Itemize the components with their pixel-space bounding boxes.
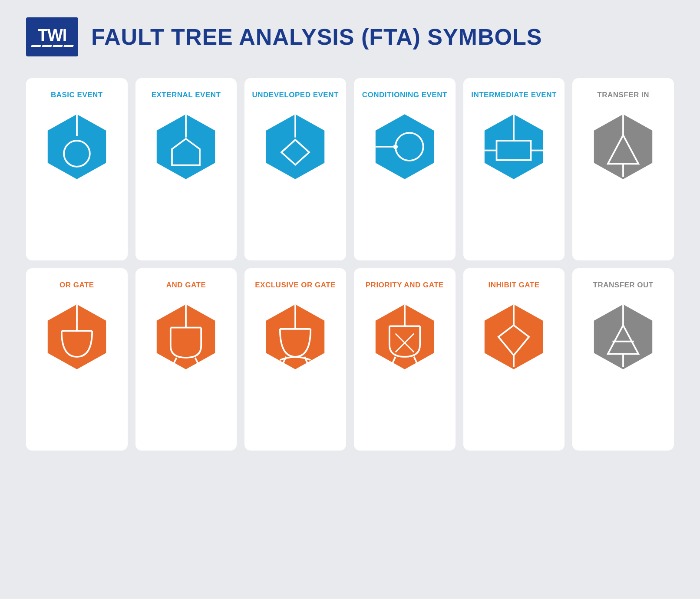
card-label-transfer-out: TRANSFER OUT <box>593 280 654 290</box>
card-basic-event: BASIC EVENT <box>26 78 128 260</box>
page-header: TWI FAULT TREE ANALYSIS (FTA) SYMBOLS <box>26 17 674 56</box>
symbols-grid: BASIC EVENT EXTERNAL EVENT <box>26 78 674 451</box>
card-label-or-gate: OR GATE <box>59 280 94 290</box>
svg-point-12 <box>393 145 398 149</box>
card-transfer-in: TRANSFER IN <box>572 78 674 260</box>
card-priority-and-gate: PRIORITY AND GATE <box>354 268 456 451</box>
card-label-basic-event: BASIC EVENT <box>51 90 103 100</box>
symbol-inhibit-gate <box>479 302 548 372</box>
symbol-priority-and-gate <box>370 302 439 372</box>
card-exclusive-or-gate: EXCLUSIVE OR GATE <box>244 268 346 451</box>
card-label-undeveloped-event: UNDEVELOPED EVENT <box>252 90 339 100</box>
page-title: FAULT TREE ANALYSIS (FTA) SYMBOLS <box>91 24 542 50</box>
symbol-intermediate-event <box>479 112 548 181</box>
card-label-intermediate-event: INTERMEDIATE EVENT <box>471 90 557 100</box>
card-label-external-event: EXTERNAL EVENT <box>152 90 221 100</box>
symbol-transfer-in <box>588 112 658 181</box>
card-and-gate: AND GATE <box>135 268 237 451</box>
card-label-transfer-in: TRANSFER IN <box>597 90 649 100</box>
symbol-undeveloped-event <box>261 112 330 181</box>
symbol-transfer-out <box>588 302 658 372</box>
card-label-conditioning-event: CONDITIONING EVENT <box>362 90 447 100</box>
card-label-inhibit-gate: INHIBIT GATE <box>488 280 539 290</box>
symbol-exclusive-or-gate <box>261 302 330 372</box>
symbol-and-gate <box>151 302 221 372</box>
card-transfer-out: TRANSFER OUT <box>572 268 674 451</box>
twi-logo: TWI <box>26 17 78 56</box>
card-label-and-gate: AND GATE <box>166 280 206 290</box>
card-label-priority-and-gate: PRIORITY AND GATE <box>366 280 444 290</box>
logo-decoration <box>31 45 73 47</box>
card-inhibit-gate: INHIBIT GATE <box>463 268 565 451</box>
card-intermediate-event: INTERMEDIATE EVENT <box>463 78 565 260</box>
card-or-gate: OR GATE <box>26 268 128 451</box>
symbol-conditioning-event <box>370 112 439 181</box>
card-undeveloped-event: UNDEVELOPED EVENT <box>244 78 346 260</box>
card-external-event: EXTERNAL EVENT <box>135 78 237 260</box>
symbol-external-event <box>151 112 221 181</box>
symbol-or-gate <box>42 302 112 372</box>
symbol-basic-event <box>42 112 112 181</box>
logo-text: TWI <box>38 27 67 43</box>
card-conditioning-event: CONDITIONING EVENT <box>354 78 456 260</box>
card-label-exclusive-or-gate: EXCLUSIVE OR GATE <box>255 280 336 290</box>
